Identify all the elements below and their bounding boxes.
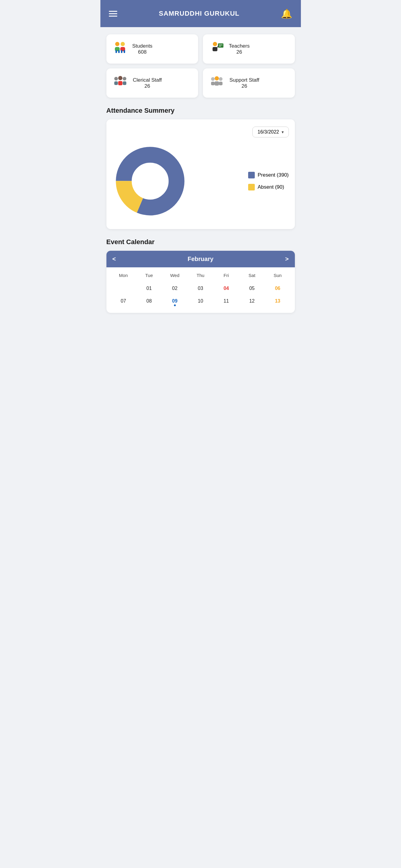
calendar-days: 01 02 03 04 05 06 07 08 09 10 11 12 13 [111, 283, 291, 307]
clerical-value: 26 [133, 83, 162, 89]
legend-absent: Absent (90) [248, 184, 289, 190]
svg-point-24 [211, 77, 215, 81]
stat-card-students[interactable]: Students 608 [106, 34, 198, 64]
donut-container: Present (390) Absent (90) [113, 141, 289, 222]
calendar-prev-button[interactable]: < [113, 255, 116, 262]
cal-day-07[interactable]: 07 [111, 296, 136, 307]
svg-point-6 [121, 42, 125, 46]
attendance-top: 16/3/2022 ▾ [113, 127, 289, 137]
attendance-section-title: Attendance Summery [106, 107, 295, 115]
app-header: SAMRUDDHI GURUKUL 🔔 [100, 0, 301, 27]
stat-card-support[interactable]: Support Staff 26 [203, 68, 295, 98]
present-label: Present (390) [258, 172, 289, 178]
svg-point-12 [213, 42, 217, 46]
teacher-icon [209, 41, 224, 57]
svg-point-28 [219, 77, 222, 81]
bell-icon[interactable]: 🔔 [281, 8, 292, 19]
date-picker-value: 16/3/2022 [257, 129, 279, 135]
clerical-label: Clerical Staff [133, 77, 162, 83]
absent-label: Absent (90) [258, 184, 284, 190]
cal-day-09[interactable]: 09 [162, 296, 188, 307]
chevron-down-icon: ▾ [282, 130, 284, 134]
svg-rect-25 [211, 82, 215, 85]
teachers-info: Teachers 26 [229, 43, 250, 55]
teachers-value: 26 [229, 49, 250, 55]
svg-rect-4 [116, 50, 117, 53]
teachers-label: Teachers [229, 43, 250, 49]
svg-point-26 [215, 76, 219, 81]
menu-icon[interactable] [109, 11, 117, 17]
app-title: SAMRUDDHI GURUKUL [159, 10, 240, 18]
clerical-icon [113, 75, 128, 91]
legend-present: Present (390) [248, 172, 289, 179]
stat-card-teachers[interactable]: Teachers 26 [203, 34, 295, 64]
weekday-tue: Tue [136, 270, 162, 280]
svg-rect-27 [215, 82, 219, 86]
svg-rect-21 [118, 81, 122, 85]
date-picker[interactable]: 16/3/2022 ▾ [252, 127, 288, 137]
attendance-card: 16/3/2022 ▾ [106, 119, 295, 229]
donut-chart [113, 144, 188, 219]
svg-point-0 [115, 42, 119, 46]
weekday-thu: Thu [188, 270, 213, 280]
students-info: Students 608 [132, 43, 153, 55]
svg-rect-11 [124, 50, 125, 53]
support-label: Support Staff [229, 77, 259, 83]
weekday-wed: Wed [162, 270, 188, 280]
students-value: 608 [132, 49, 153, 55]
weekday-mon: Mon [111, 270, 136, 280]
cal-day-13[interactable]: 13 [265, 296, 290, 307]
cal-day-06[interactable]: 06 [265, 283, 290, 294]
clerical-info: Clerical Staff 26 [133, 77, 162, 89]
calendar-grid: Mon Tue Wed Thu Fri Sat Sun 01 02 03 04 … [106, 267, 295, 313]
weekday-fri: Fri [213, 270, 239, 280]
weekday-sun: Sun [265, 270, 290, 280]
cal-day-03[interactable]: 03 [188, 283, 213, 294]
cal-day-10[interactable]: 10 [188, 296, 213, 307]
cal-day-04[interactable]: 04 [213, 283, 239, 294]
svg-point-32 [132, 163, 168, 199]
calendar-next-button[interactable]: > [285, 255, 289, 262]
cal-day-02[interactable]: 02 [162, 283, 188, 294]
cal-day-08[interactable]: 08 [136, 296, 162, 307]
svg-rect-19 [114, 82, 118, 85]
cal-day-empty [111, 283, 136, 294]
svg-rect-13 [213, 47, 217, 51]
svg-rect-10 [121, 50, 122, 53]
calendar-month-title: February [188, 255, 213, 262]
stats-grid: Students 608 Teachers [106, 34, 295, 98]
svg-point-20 [118, 76, 122, 80]
calendar-section-title: Event Calendar [106, 238, 295, 246]
cal-day-12[interactable]: 12 [239, 296, 265, 307]
weekday-sat: Sat [239, 270, 265, 280]
absent-color-swatch [248, 184, 255, 190]
svg-rect-23 [123, 82, 126, 85]
students-icon [113, 41, 127, 57]
main-content: Students 608 Teachers [100, 27, 301, 329]
support-value: 26 [229, 83, 259, 89]
students-label: Students [132, 43, 153, 49]
cal-day-05[interactable]: 05 [239, 283, 265, 294]
svg-point-18 [114, 77, 118, 81]
support-icon [209, 75, 225, 91]
calendar-card: < February > Mon Tue Wed Thu Fri Sat Sun… [106, 251, 295, 313]
present-color-swatch [248, 172, 255, 179]
svg-rect-5 [118, 50, 120, 53]
cal-day-01[interactable]: 01 [136, 283, 162, 294]
support-info: Support Staff 26 [229, 77, 259, 89]
stat-card-clerical[interactable]: Clerical Staff 26 [106, 68, 198, 98]
cal-day-11[interactable]: 11 [213, 296, 239, 307]
svg-point-22 [123, 77, 126, 81]
calendar-header: < February > [106, 251, 295, 267]
svg-rect-29 [219, 82, 222, 85]
chart-legend: Present (390) Absent (90) [248, 172, 289, 190]
weekday-labels: Mon Tue Wed Thu Fri Sat Sun [111, 270, 291, 280]
